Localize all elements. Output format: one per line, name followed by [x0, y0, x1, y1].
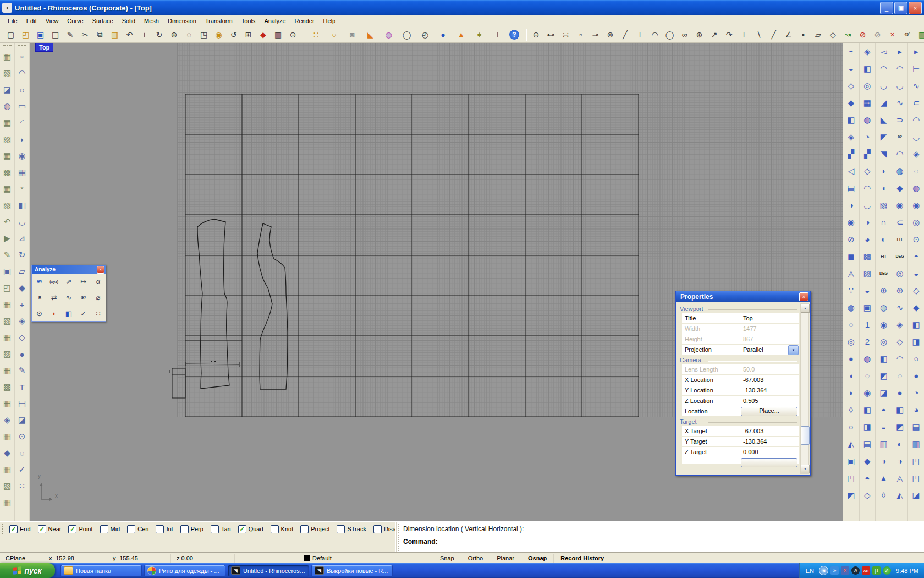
minimize-button[interactable]: _ — [880, 2, 893, 14]
checkbox[interactable]: ✓ — [238, 525, 246, 533]
tool-icon[interactable]: ◗ — [876, 162, 891, 179]
tool-icon[interactable]: ◡ — [876, 77, 891, 94]
tool-icon[interactable]: ⊕ — [876, 282, 891, 299]
diameter-icon[interactable]: ⌀ — [91, 290, 106, 306]
tool-icon[interactable]: ● — [892, 384, 908, 401]
blob-tool-icon[interactable]: ● — [15, 346, 29, 362]
properties-title-bar[interactable]: Properties × — [676, 291, 810, 302]
cplane-sphere-icon[interactable]: ◍ — [1, 98, 14, 114]
box-icon[interactable]: ◇ — [827, 28, 839, 41]
checkbox[interactable]: ✓ — [271, 525, 279, 533]
tool-icon[interactable]: DEG — [876, 265, 891, 282]
save-file-icon[interactable]: ▣ — [34, 28, 47, 41]
arc-direction-icon[interactable]: ↷ — [723, 28, 735, 41]
plane-tool-icon[interactable]: ▱ — [15, 263, 29, 280]
surface-tool-icon[interactable]: ◗ — [15, 131, 29, 148]
tool-icon[interactable]: ◌ — [909, 162, 924, 179]
properties-scrollbar[interactable]: ▲ ▼ — [800, 303, 809, 474]
draft-angle-icon[interactable]: ◗ — [47, 306, 62, 321]
taskbar-button-folder[interactable]: Новая папка — [61, 565, 142, 577]
point-tool-icon[interactable]: ∘ — [15, 48, 29, 65]
cplane-tool-icon[interactable]: ▩ — [1, 379, 14, 395]
tool-icon[interactable]: ◩ — [892, 418, 908, 435]
tool-icon[interactable]: ◎ — [843, 333, 859, 350]
tool-icon[interactable]: ▞ — [843, 145, 859, 162]
zoom-window-icon[interactable]: ◌ — [183, 28, 195, 41]
tool-icon[interactable]: 2 — [860, 333, 875, 350]
polyline-tool-icon[interactable]: ⊿ — [15, 230, 29, 247]
tool-icon[interactable]: ◪ — [909, 487, 924, 504]
tool-icon[interactable]: ◓ — [860, 470, 875, 487]
arc-tool-icon[interactable]: ◜ — [15, 114, 29, 131]
tool-icon[interactable]: ● — [909, 367, 924, 384]
scroll-thumb[interactable] — [801, 426, 810, 445]
mesh-tool-icon[interactable]: ▦ — [15, 164, 29, 181]
cplane-tool-icon[interactable]: ▨ — [1, 346, 14, 362]
slash-icon[interactable]: ╱ — [767, 28, 780, 41]
solid-tool-icon[interactable]: ◆ — [15, 280, 29, 296]
clock[interactable]: 9:48 PM — [896, 568, 919, 574]
tool-icon[interactable]: ◑ — [892, 452, 908, 470]
property-value[interactable]: -67.003 ▼ — [740, 375, 799, 385]
tool-icon[interactable]: ◧ — [860, 401, 875, 418]
tool-icon[interactable]: ◩ — [876, 367, 891, 384]
tool-icon[interactable]: ▣ — [860, 299, 875, 316]
tool-icon[interactable]: ▨ — [860, 265, 875, 282]
tool-icon[interactable]: ◖ — [876, 179, 891, 197]
osnap-point[interactable]: ✓ Point — [68, 525, 92, 533]
tool-icon[interactable]: ◧ — [843, 111, 859, 128]
cplane-tool-icon[interactable]: ▦ — [1, 329, 14, 346]
scale-tool-icon[interactable]: ◈ — [15, 313, 29, 329]
tool-icon[interactable]: ◠ — [892, 60, 908, 77]
split-tool-icon[interactable]: ◧ — [15, 197, 29, 214]
cplane-object-icon[interactable]: ▩ — [1, 164, 14, 181]
tool-icon[interactable]: ◍ — [909, 179, 924, 197]
cut-icon[interactable]: ✂ — [79, 28, 91, 41]
ghosted-sphere-icon[interactable]: ◴ — [419, 28, 431, 41]
zoom-dynamic-icon[interactable]: ⊕ — [168, 28, 180, 41]
checkbox[interactable]: ✓ — [38, 525, 46, 533]
tool-icon[interactable]: ◈ — [860, 43, 875, 60]
hydrostatics-icon[interactable]: ≋ — [32, 274, 47, 290]
array-tool-icon[interactable]: ∷ — [15, 478, 29, 494]
undo-view-icon[interactable]: ↺ — [227, 28, 240, 41]
tool-icon[interactable]: ▣ — [843, 452, 859, 470]
tool-icon[interactable]: ◑ — [876, 452, 891, 470]
tool-icon[interactable]: ◍ — [876, 299, 891, 316]
menu-analyze[interactable]: Analyze — [260, 17, 290, 25]
tool-icon[interactable]: ◭ — [892, 487, 908, 504]
tool-icon[interactable]: ◊ — [876, 487, 891, 504]
tool-icon[interactable]: ▲ — [876, 470, 891, 487]
tool-icon[interactable]: ◉ — [843, 214, 859, 231]
viewport-title-tab[interactable]: Top — [35, 43, 53, 52]
tool-icon[interactable]: ◎ — [909, 214, 924, 231]
tool-icon[interactable]: ◁ — [843, 162, 859, 179]
analyze-title-bar[interactable]: Analyze × — [32, 265, 106, 274]
cplane-grid-icon[interactable]: ▦ — [1, 48, 14, 65]
tool-icon[interactable]: ○ — [843, 418, 859, 435]
tool-icon[interactable]: ◠ — [909, 111, 924, 128]
start-button[interactable]: пуск — [0, 563, 55, 578]
checkbox[interactable]: ✓ — [211, 525, 219, 533]
tool-icon[interactable]: ◆ — [843, 94, 859, 111]
tool-icon[interactable]: ◐ — [876, 231, 891, 248]
osnap-knot[interactable]: ✓ Knot — [271, 525, 294, 533]
tool-icon[interactable]: ◇ — [860, 162, 875, 179]
hide-tool-icon[interactable]: ◌ — [15, 445, 29, 461]
ati-icon[interactable]: ATI — [862, 566, 870, 575]
separator[interactable] — [302, 29, 305, 41]
tool-icon[interactable]: ◌ — [843, 316, 859, 333]
osnap-strack[interactable]: ✓ STrack — [337, 525, 366, 533]
tool-icon[interactable]: ◡ — [909, 128, 924, 145]
tool-icon[interactable]: ◓ — [876, 401, 891, 418]
cplane-tool-icon[interactable]: ▧ — [1, 313, 14, 329]
cplane-3pt-icon[interactable]: ▦ — [1, 114, 14, 131]
checkbox[interactable]: ✓ — [9, 525, 18, 533]
pointer-icon[interactable]: ▶ — [1, 230, 14, 247]
tool-icon[interactable]: ⊢ — [909, 60, 924, 77]
menu-help[interactable]: Help — [319, 17, 340, 25]
taskbar-button-rhino[interactable]: Выкройки новые - R... — [311, 565, 393, 577]
tool-icon[interactable]: ◍ — [843, 299, 859, 316]
circle-osnap-icon[interactable]: ⊖ — [530, 28, 542, 41]
tool-icon[interactable]: ◬ — [892, 470, 908, 487]
